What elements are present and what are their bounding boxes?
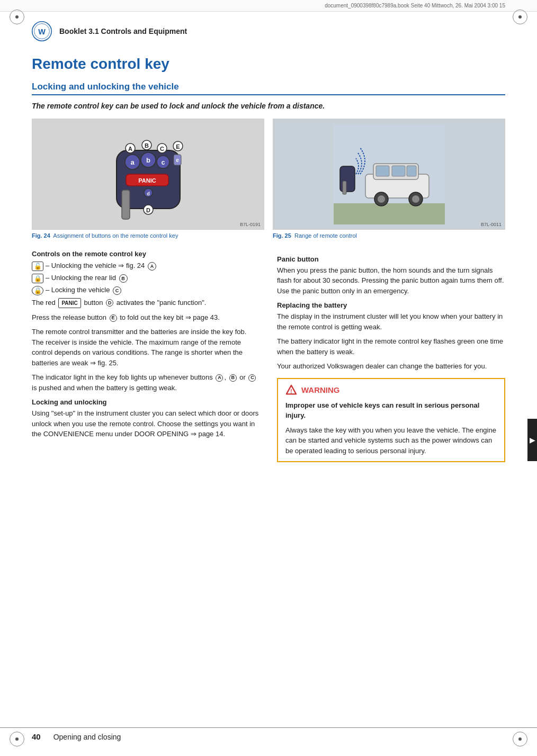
- text-columns: Controls on the remote control key 🔓 – U…: [32, 250, 505, 463]
- badge-d-inline: D: [106, 299, 113, 307]
- badge-c: C: [113, 286, 121, 295]
- figure-25-image: B7L-0011: [273, 119, 505, 230]
- fig25-caption-text: Range of remote control: [294, 232, 357, 239]
- svg-text:C: C: [160, 146, 164, 152]
- left-column: Controls on the remote control key 🔓 – U…: [32, 250, 260, 463]
- fig24-code: B7L-0191: [240, 222, 261, 227]
- fig25-label: Fig. 25: [273, 232, 291, 239]
- registration-mark-tl: [10, 10, 24, 24]
- controls-heading: Controls on the remote control key: [32, 250, 260, 258]
- booklet-header: W Booklet 3.1 Controls and Equipment: [0, 12, 537, 47]
- range-text: The remote control transmitter and the b…: [32, 327, 260, 368]
- vw-logo-icon: W: [32, 21, 52, 41]
- battery-text2: The battery indicator light in the remot…: [277, 336, 505, 357]
- page-footer: 40 Opening and closing: [0, 727, 537, 741]
- svg-text:D: D: [146, 207, 150, 213]
- warning-triangle-icon: !: [285, 384, 297, 396]
- footer-section: Opening and closing: [53, 733, 121, 741]
- battery-text3: Your authorized Volkswagen dealer can ch…: [277, 361, 505, 372]
- svg-text:a: a: [130, 158, 135, 166]
- page-number: 40: [32, 732, 41, 741]
- fig25-code: B7L-0011: [481, 222, 502, 227]
- svg-rect-39: [343, 181, 346, 194]
- svg-point-37: [412, 195, 419, 203]
- unlock-icon: 🔓: [32, 262, 43, 271]
- trunk-text: – Unlocking the rear lid B: [46, 273, 128, 283]
- figures-row: a b c e PANIC d: [32, 119, 505, 246]
- warning-box: ! WARNING Improper use of vehicle keys c…: [277, 378, 505, 463]
- registration-mark-tr: [513, 10, 527, 24]
- doc-info-text: document_0900398f80c7989a.book Seite 40 …: [325, 3, 505, 8]
- indicator-text: The indicator light in the key fob light…: [32, 372, 260, 393]
- battery-heading: Replacing the battery: [277, 301, 505, 309]
- svg-rect-33: [407, 166, 416, 176]
- panic-text: The red PANIC button D activates the "pa…: [32, 298, 260, 308]
- warning-header: ! WARNING: [285, 384, 497, 396]
- control-item-unlock: 🔓 – Unlocking the vehicle ⇒ fig. 24 A: [32, 261, 260, 271]
- main-title: Remote control key: [32, 55, 505, 73]
- lock-icon: 🔒: [32, 286, 43, 295]
- locking-unlocking-text: Using "set-up" in the instrument cluster…: [32, 408, 260, 439]
- svg-text:E: E: [176, 143, 180, 150]
- panic-body: When you press the panic button, the hor…: [277, 265, 505, 296]
- fig25-caption: Fig. 25 Range of remote control: [273, 232, 505, 239]
- svg-rect-28: [334, 203, 445, 224]
- trunk-icon: 🔒: [32, 274, 43, 283]
- badge-c2: C: [248, 374, 256, 382]
- right-column: Panic button When you press the panic bu…: [277, 250, 505, 463]
- warning-title: WARNING: [301, 385, 340, 394]
- badge-e-inline: E: [110, 314, 117, 322]
- section-title: Locking and unlocking the vehicle: [32, 82, 505, 95]
- intro-text: The remote control key can be used to lo…: [32, 102, 505, 110]
- fig24-caption-text: Assignment of buttons on the remote cont…: [53, 232, 178, 239]
- page-content: Remote control key Locking and unlocking…: [0, 55, 537, 462]
- svg-text:B: B: [145, 142, 149, 149]
- svg-text:!: !: [290, 388, 292, 394]
- locking-unlocking-heading: Locking and unlocking: [32, 398, 260, 406]
- svg-text:d: d: [147, 191, 150, 196]
- doc-info-bar: document_0900398f80c7989a.book Seite 40 …: [0, 0, 537, 12]
- svg-point-35: [378, 195, 385, 203]
- range-illustration: [334, 124, 445, 224]
- svg-rect-38: [340, 166, 355, 192]
- warning-body: Improper use of vehicle keys can result …: [285, 400, 497, 456]
- warning-bold: Improper use of vehicle keys can result …: [285, 401, 479, 420]
- svg-text:c: c: [161, 159, 165, 166]
- booklet-title: Booklet 3.1 Controls and Equipment: [59, 27, 187, 35]
- svg-rect-31: [376, 166, 389, 176]
- panic-badge-label: PANIC: [58, 298, 80, 308]
- battery-text1: The display in the instrument cluster wi…: [277, 311, 505, 332]
- svg-rect-4: [122, 190, 130, 219]
- page-continuation-arrow: ▶: [527, 419, 537, 461]
- svg-text:b: b: [146, 156, 150, 164]
- warning-text: Always take the key with you when you le…: [285, 425, 497, 456]
- svg-text:W: W: [38, 28, 46, 36]
- panic-heading: Panic button: [277, 255, 505, 263]
- lock-text: – Locking the vehicle C: [46, 285, 121, 295]
- svg-text:A: A: [128, 146, 132, 152]
- figure-25-container: B7L-0011 Fig. 25 Range of remote control: [273, 119, 505, 246]
- fig24-label: Fig. 24: [32, 232, 50, 239]
- svg-text:PANIC: PANIC: [138, 177, 156, 184]
- control-item-trunk: 🔒 – Unlocking the rear lid B: [32, 273, 260, 283]
- unlock-text: – Unlocking the vehicle ⇒ fig. 24 A: [46, 261, 156, 271]
- fig24-caption: Fig. 24 Assignment of buttons on the rem…: [32, 232, 264, 239]
- badge-b: B: [119, 274, 128, 283]
- remote-key-illustration: a b c e PANIC d: [95, 124, 201, 224]
- svg-text:e: e: [176, 157, 179, 163]
- control-item-lock: 🔒 – Locking the vehicle C: [32, 285, 260, 295]
- figure-24-image: a b c e PANIC d: [32, 119, 264, 230]
- badge-a: A: [148, 262, 156, 271]
- svg-rect-32: [392, 166, 405, 176]
- badge-b2: B: [229, 374, 237, 382]
- release-text: Press the release button E to fold out t…: [32, 312, 260, 323]
- figure-24-container: a b c e PANIC d: [32, 119, 264, 246]
- badge-a2: A: [216, 374, 223, 382]
